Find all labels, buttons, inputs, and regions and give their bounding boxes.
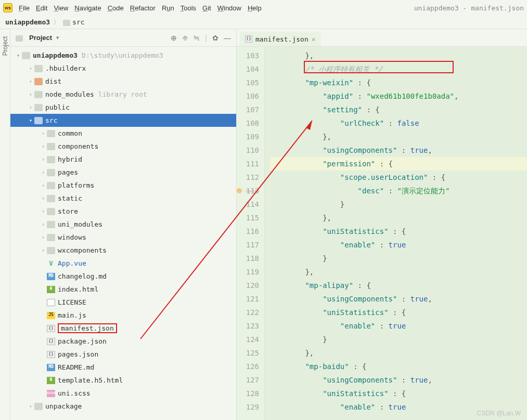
tree-item-App-vue[interactable]: VApp.vue [10,257,236,270]
menu-window[interactable]: Window [217,4,241,12]
collapse-all-icon[interactable]: ≒ [194,34,200,42]
tree-item-store[interactable]: ›store [10,205,236,218]
editor-tabs: {} manifest.json × [237,29,527,47]
panel-title: Project [29,34,52,42]
tree-item-main-js[interactable]: JSmain.js [10,309,236,322]
menu-navigate[interactable]: Navigate [74,4,101,12]
menu-help[interactable]: Help [248,4,262,12]
folder-icon [16,35,23,42]
tree-item-src[interactable]: ▾src [10,114,236,127]
chevron-right-icon: 〉 [53,18,60,27]
tree-item-dist[interactable]: ›dist [10,75,236,88]
tree-item-manifest-json[interactable]: {}manifest.json [10,322,236,335]
tree-item-README-md[interactable]: MDREADME.md [10,361,236,374]
tree-item-template-h5-html[interactable]: Htemplate.h5.html [10,374,236,387]
menu-file[interactable]: File [19,4,30,12]
tree-item-windows[interactable]: ›windows [10,231,236,244]
breadcrumb: uniappdemo3 〉 src [0,16,527,29]
tree-item-package-json[interactable]: {}package.json [10,335,236,348]
panel-toolbar: ⊕ ≑ ≒ | ✿ — [171,34,231,42]
hide-icon[interactable]: — [224,34,231,42]
tree-item-pages[interactable]: ›pages [10,166,236,179]
watermark: CSDN @Lan.W [477,410,521,417]
locate-icon[interactable]: ⊕ [171,34,177,42]
tree-item-wxcomponents[interactable]: ›wxcomponents [10,244,236,257]
tree-item-uni_modules[interactable]: ›uni_modules [10,218,236,231]
menu-code[interactable]: Code [108,4,124,12]
project-tree[interactable]: ▾uniappdemo3D:\study\uniappdemo3›.hbuild… [10,47,236,420]
tab-manifest-json[interactable]: {} manifest.json × [240,32,321,46]
folder-icon [63,20,70,26]
tree-item-static[interactable]: ›static [10,192,236,205]
breadcrumb-src[interactable]: src [72,18,84,26]
tree-item-platforms[interactable]: ›platforms [10,179,236,192]
tree-item-LICENSE[interactable]: LICENSE [10,296,236,309]
tree-item-public[interactable]: ›public [10,101,236,114]
tree-item-changelog-md[interactable]: MDchangelog.md [10,270,236,283]
json-icon: {} [245,35,252,43]
menu-tools[interactable]: Tools [181,4,196,12]
tree-item-components[interactable]: ›components [10,140,236,153]
menu-git[interactable]: Git [202,4,211,12]
close-icon[interactable]: × [312,35,316,43]
tree-item-uni-scss[interactable]: scssuni.scss [10,387,236,400]
tab-label: manifest.json [255,35,309,43]
gear-icon[interactable]: ✿ [212,34,218,42]
editor-area: {} manifest.json × 103104105106107108109… [237,29,527,420]
toolwindow-project-tab[interactable]: Project [2,33,9,59]
tree-item-node_modules[interactable]: ›node_moduleslibrary root [10,88,236,101]
tree-item--hbuilderx[interactable]: ›.hbuilderx [10,62,236,75]
tree-item-pages-json[interactable]: {}pages.json [10,348,236,361]
tree-item-index-html[interactable]: Hindex.html [10,283,236,296]
menu-run[interactable]: Run [162,4,174,12]
line-gutter: 1031041051061071081091101111121131141151… [237,47,265,420]
chevron-down-icon[interactable]: ▾ [56,34,59,41]
menu-refactor[interactable]: Refactor [130,4,156,12]
expand-all-icon[interactable]: ≑ [182,34,188,42]
app-icon: ws [3,3,12,12]
menu-edit[interactable]: Edit [36,4,47,12]
tree-item-common[interactable]: ›common [10,127,236,140]
editor-body[interactable]: 1031041051061071081091101111121131141151… [237,47,527,420]
window-title: uniappdemo3 - manifest.json [414,4,524,12]
tree-item-unpackage[interactable]: ›unpackage [10,400,236,413]
panel-header: Project ▾ ⊕ ≑ ≒ | ✿ — [10,29,236,47]
breadcrumb-root[interactable]: uniappdemo3 [5,18,50,26]
code-content[interactable]: }, /* 小程序特有相关 */ "mp-weixin" : { "appid"… [265,47,527,420]
tree-item-hybrid[interactable]: ›hybrid [10,153,236,166]
project-panel: Project ▾ ⊕ ≑ ≒ | ✿ — ▾uniappdemo3D:\stu… [10,29,237,420]
menu-view[interactable]: View [54,4,68,12]
toolwindow-stripe: Project [0,29,10,420]
menubar: ws File Edit View Navigate Code Refactor… [0,0,527,16]
tree-root[interactable]: ▾uniappdemo3D:\study\uniappdemo3 [10,49,236,62]
